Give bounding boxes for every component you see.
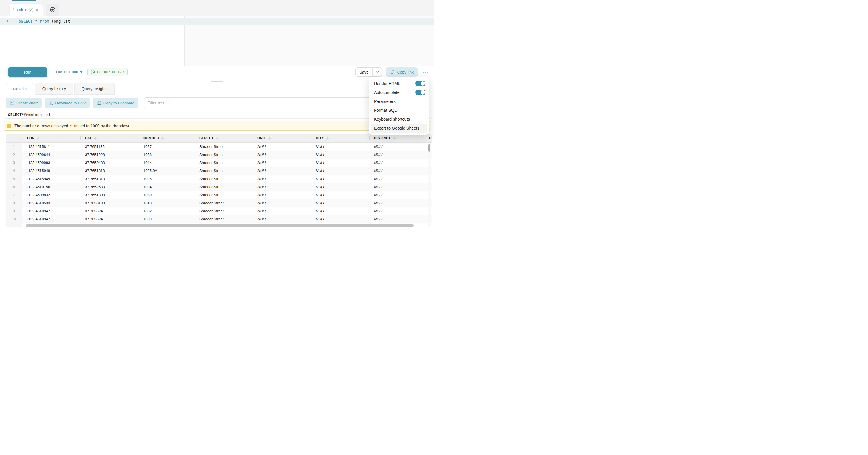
cell-district: NULL [369, 207, 425, 215]
save-button[interactable]: Save [355, 67, 372, 77]
menu-item-render-html[interactable]: Render HTML [369, 79, 429, 88]
menu-item-label: Autocomplete [374, 90, 415, 95]
menu-item-keyboard-shortcuts[interactable]: Keyboard shortcuts [369, 115, 429, 123]
table-header-row: LONLATNUMBERSTREETUNITCITYDISTRICTRE [6, 134, 432, 143]
row-number: 7 [6, 191, 22, 199]
cell-city: NULL [311, 183, 369, 191]
close-icon[interactable]: ✕ [36, 8, 39, 12]
copy-clipboard-button[interactable]: Copy to Clipboard [93, 98, 138, 108]
cell-street: Shrader Street [195, 215, 253, 223]
table-row: 7-122.450983237.76518981030Shrader Stree… [6, 191, 432, 199]
table-row: 5-122.451594937.76518131025Shrader Stree… [6, 175, 432, 183]
menu-item-export-to-google-sheets[interactable]: Export to Google Sheets [371, 123, 427, 133]
cell-unit: NULL [253, 215, 311, 223]
sort-icon[interactable] [94, 137, 96, 140]
drag-dots-icon[interactable] [13, 8, 14, 12]
sql-code-line[interactable]: SELECT * from long_lat [19, 19, 70, 24]
sort-icon[interactable] [161, 137, 164, 140]
column-header-unit[interactable]: UNIT [253, 134, 311, 143]
splitter-drag-handle[interactable] [211, 80, 223, 81]
toggle-switch-on[interactable] [415, 81, 425, 86]
cell-city: NULL [311, 175, 369, 183]
caret-down-icon [80, 71, 83, 73]
cell-city: NULL [311, 143, 369, 151]
column-header-street[interactable]: STREET [195, 134, 253, 143]
link-icon [390, 70, 395, 74]
menu-item-parameters[interactable]: Parameters [369, 97, 429, 106]
vertical-scrollbar-thumb[interactable] [428, 144, 430, 152]
cell-lon: -122.4509832 [22, 191, 81, 199]
menu-item-label: Keyboard shortcuts [374, 117, 425, 122]
cell-unit: NULL [253, 151, 311, 158]
limit-value: 1 000 [68, 70, 78, 74]
column-label: DISTRICT [374, 136, 391, 140]
sort-icon[interactable] [37, 137, 39, 140]
cell-lat: 37.7653199 [81, 199, 139, 207]
column-label: UNIT [257, 136, 266, 140]
horizontal-scrollbar-thumb[interactable] [26, 224, 413, 227]
cell-number: 1044 [139, 159, 195, 166]
cell-number: 1002 [139, 207, 195, 215]
cell-city: NULL [311, 167, 369, 175]
table-row: 2-122.450964437.76512281038Shrader Stree… [6, 151, 432, 159]
active-tab-indicator [12, 0, 36, 1]
cell-unit: NULL [253, 143, 311, 151]
cell-city: NULL [311, 159, 369, 166]
column-header-lon[interactable]: LON [22, 134, 81, 143]
editor-tab-label: Tab 1 [17, 8, 27, 12]
column-header-lat[interactable]: LAT [81, 134, 139, 143]
run-button[interactable]: Run [8, 67, 47, 77]
cell-street: Shrader Street [195, 143, 253, 151]
table-row: 6-122.451015637.76525331024Shrader Stree… [6, 183, 432, 191]
splitter-drag-handle[interactable] [211, 81, 223, 82]
table-row: 4-122.451594937.76518131025.0AShrader St… [6, 167, 432, 175]
copy-link-button[interactable]: Copy link [386, 67, 418, 77]
sort-icon[interactable] [268, 137, 271, 140]
cell-lat: 37.7651228 [81, 151, 139, 158]
cell-street: Shrader Street [195, 151, 253, 158]
sort-icon[interactable] [216, 137, 218, 140]
table-row: 8-122.451053337.76531991018Shrader Stree… [6, 199, 432, 207]
save-options-button[interactable] [372, 67, 382, 77]
menu-item-format-sql[interactable]: Format SQL [369, 106, 429, 115]
tab-query-history[interactable]: Query history [35, 83, 73, 94]
copy-link-label: Copy link [397, 70, 413, 74]
tab-query-insights[interactable]: Query Insights [74, 83, 115, 94]
column-label: CITY [316, 136, 324, 140]
cell-number: 1030 [139, 191, 195, 199]
cell-unit: NULL [253, 167, 311, 175]
more-options-button[interactable] [422, 71, 429, 73]
column-header-re[interactable]: RE [425, 134, 432, 143]
cell-street: Shrader Street [195, 175, 253, 183]
vertical-scrollbar-track[interactable] [428, 143, 431, 228]
column-header-city[interactable]: CITY [311, 134, 369, 143]
cell-number: 1025 [139, 175, 195, 183]
column-header-district[interactable]: DISTRICT [369, 134, 425, 143]
cell-city: NULL [311, 207, 369, 215]
cell-street: Shrader Street [195, 191, 253, 199]
column-header-number[interactable]: NUMBER [139, 134, 195, 143]
editor-tab-bar: Tab 1 ✕ [0, 0, 434, 16]
cell-district: NULL [369, 159, 425, 166]
download-icon [49, 101, 53, 105]
sort-icon[interactable] [393, 137, 396, 140]
menu-item-autocomplete[interactable]: Autocomplete [369, 88, 429, 97]
add-tab-button[interactable] [46, 4, 59, 16]
run-toolbar: Run LIMIT: 1 000 00:00:00.173 Save Copy … [0, 66, 434, 78]
cell-lat: 37.7651813 [81, 167, 139, 175]
cell-city: NULL [311, 199, 369, 207]
editor-tab-1[interactable]: Tab 1 ✕ [10, 4, 42, 16]
create-chart-label: Create chart [17, 101, 38, 105]
tab-results[interactable]: Results [6, 83, 34, 95]
download-csv-button[interactable]: Download to CSV [44, 98, 90, 108]
cell-lat: 37.7650483 [81, 159, 139, 166]
create-chart-button[interactable]: Create chart [6, 98, 42, 108]
toggle-switch-on[interactable] [415, 90, 425, 95]
limit-dropdown[interactable]: LIMIT: 1 000 [56, 70, 83, 74]
sort-icon[interactable] [326, 137, 329, 140]
cell-lat: 37.765524 [81, 215, 139, 223]
table-row: 1-122.451581137.76511351027Shrader Stree… [6, 143, 432, 151]
row-number: 9 [6, 207, 22, 215]
cell-lon: -122.4509983 [22, 159, 81, 166]
sql-editor[interactable]: 1 SELECT * from long_lat [0, 16, 434, 66]
